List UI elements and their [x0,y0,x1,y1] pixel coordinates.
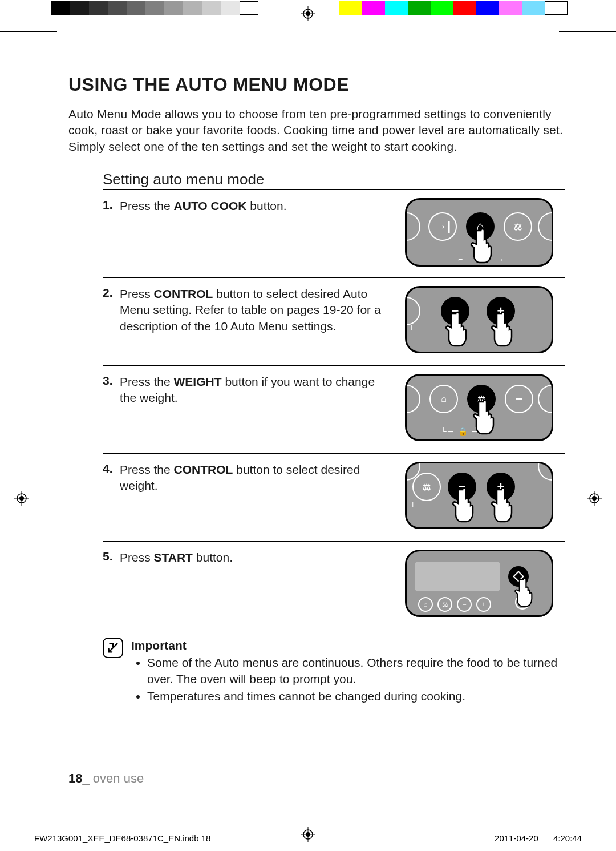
step-number: 5. [103,550,120,563]
step-number: 4. [103,462,120,475]
calibration-color [339,1,568,15]
step-text: Press the CONTROL button to select desir… [120,462,405,494]
step-illustration: − + ┘ [405,286,565,353]
important-icon [103,638,123,658]
intro-paragraph: Auto Menu Mode allows you to choose from… [68,106,565,155]
pointer-hand-icon [489,309,523,350]
calibration-grayscale [51,1,258,15]
pointer-hand-icon [489,485,523,526]
important-bullet: Some of the Auto menus are continuous. O… [147,655,565,687]
step-row: 1. Press the AUTO COOK button. →| ⌂ ⚖ ⌐ … [103,198,565,278]
step-row: 4. Press the CONTROL button to select de… [103,462,565,542]
page-heading: USING THE AUTO MENU MODE [68,74,565,98]
step-illustration: ⚖ − + ┘ [405,462,565,529]
step-text: Press the AUTO COOK button. [120,198,405,214]
print-metadata: FW213G001_XEE_DE68-03871C_EN.indb 18 201… [34,833,582,843]
pointer-hand-icon [468,226,502,267]
step-text: Press START button. [120,550,405,566]
step-illustration: ⌂ ⚖ − + [405,550,565,617]
step-illustration: ⌂ ⚖ − └─ 🔒 ─┘ [405,374,565,441]
step-number: 1. [103,198,120,212]
step-row: 5. Press START button. ⌂ ⚖ − + [103,550,565,630]
pointer-hand-icon [471,397,505,438]
file-name: FW213G001_XEE_DE68-03871C_EN.indb 18 [34,833,210,843]
step-number: 2. [103,286,120,300]
crop-mark [0,31,57,32]
pointer-hand-icon [513,575,541,611]
important-bullet: Temperatures and times cannot be changed… [147,688,565,704]
registration-mark-icon [14,491,29,506]
crop-mark [559,31,616,32]
registration-mark-icon [301,6,315,21]
step-row: 3. Press the WEIGHT button if you want t… [103,374,565,454]
section-heading: Setting auto menu mode [103,171,565,190]
page-footer: 18_ oven use [68,771,144,786]
registration-mark-icon [587,491,602,506]
print-time: 4:20:44 [553,833,582,843]
step-number: 3. [103,374,120,388]
important-title: Important [131,638,565,654]
step-illustration: →| ⌂ ⚖ ⌐ ¬ [405,198,565,267]
pointer-hand-icon [443,309,477,350]
important-note: Important Some of the Auto menus are con… [103,638,565,705]
step-row: 2. Press CONTROL button to select desire… [103,286,565,366]
pointer-hand-icon [450,485,484,526]
step-text: Press the WEIGHT button if you want to c… [120,374,405,406]
step-text: Press CONTROL button to select desired A… [120,286,405,334]
print-date: 2011-04-20 [495,833,538,843]
